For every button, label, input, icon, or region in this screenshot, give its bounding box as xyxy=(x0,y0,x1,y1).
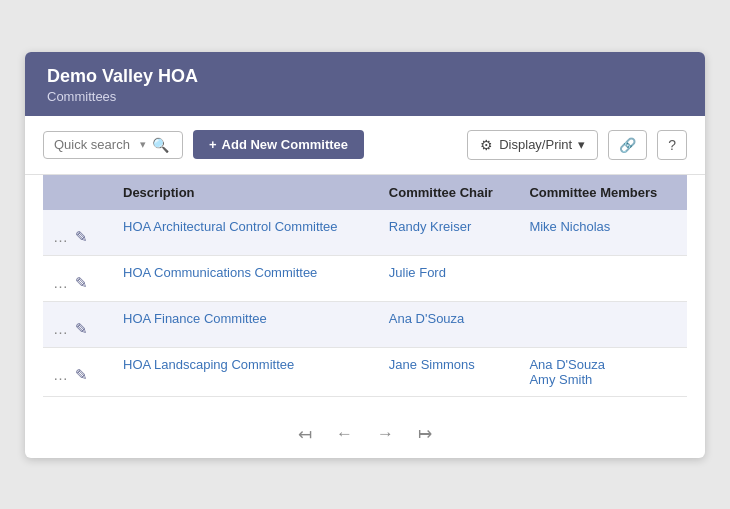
link-icon-button[interactable]: 🔗 xyxy=(608,130,647,160)
table-row: … ✎ HOA Communications CommitteeJulie Fo… xyxy=(43,255,687,301)
committee-chair: Julie Ford xyxy=(379,255,520,301)
org-name: Demo Valley HOA xyxy=(47,66,683,87)
add-committee-button[interactable]: + Add New Committee xyxy=(193,130,364,159)
table-row: … ✎ HOA Architectural Control CommitteeR… xyxy=(43,210,687,256)
committee-chair: Ana D'Souza xyxy=(379,301,520,347)
committee-chair: Randy Kreiser xyxy=(379,210,520,256)
committee-description-link[interactable]: HOA Finance Committee xyxy=(123,311,267,326)
committee-members xyxy=(519,255,687,301)
search-dropdown-icon[interactable]: ▾ xyxy=(140,138,146,151)
committee-description-link[interactable]: HOA Landscaping Committee xyxy=(123,357,294,372)
committee-chair-link[interactable]: Ana D'Souza xyxy=(389,311,464,326)
toolbar: ▾ 🔍 + Add New Committee ⚙ Display/Print … xyxy=(25,116,705,175)
committee-chair-link[interactable]: Julie Ford xyxy=(389,265,446,280)
page-header: Demo Valley HOA Committees xyxy=(25,52,705,116)
committee-chair-link[interactable]: Jane Simmons xyxy=(389,357,475,372)
search-box: ▾ 🔍 xyxy=(43,131,183,159)
edit-icon[interactable]: ✎ xyxy=(75,320,88,338)
display-dropdown-icon: ▾ xyxy=(578,137,585,152)
help-button[interactable]: ? xyxy=(657,130,687,160)
edit-icon[interactable]: ✎ xyxy=(75,366,88,384)
display-print-label: Display/Print xyxy=(499,137,572,152)
committee-member-link[interactable]: Mike Nicholas xyxy=(529,219,677,234)
pagination: ↤ ← → ↦ xyxy=(25,407,705,458)
committee-members: Ana D'SouzaAmy Smith xyxy=(519,347,687,396)
table-area: Description Committee Chair Committee Me… xyxy=(25,175,705,407)
plus-icon: + xyxy=(209,137,217,152)
committee-chair: Jane Simmons xyxy=(379,347,520,396)
row-menu-button[interactable]: … xyxy=(53,366,69,383)
table-row: … ✎ HOA Landscaping CommitteeJane Simmon… xyxy=(43,347,687,396)
row-menu-button[interactable]: … xyxy=(53,274,69,291)
table-row: … ✎ HOA Finance CommitteeAna D'Souza xyxy=(43,301,687,347)
last-page-button[interactable]: ↦ xyxy=(411,421,439,448)
committee-description-link[interactable]: HOA Architectural Control Committee xyxy=(123,219,338,234)
col-actions xyxy=(43,175,113,210)
next-page-button[interactable]: → xyxy=(370,421,401,447)
row-menu-button[interactable]: … xyxy=(53,320,69,337)
gear-icon: ⚙ xyxy=(480,137,493,153)
display-print-button[interactable]: ⚙ Display/Print ▾ xyxy=(467,130,598,160)
page-subtitle: Committees xyxy=(47,89,683,104)
committee-chair-link[interactable]: Randy Kreiser xyxy=(389,219,471,234)
committee-members xyxy=(519,301,687,347)
col-chair: Committee Chair xyxy=(379,175,520,210)
row-menu-button[interactable]: … xyxy=(53,228,69,245)
committee-member-link[interactable]: Amy Smith xyxy=(529,372,677,387)
question-mark-icon: ? xyxy=(668,137,676,153)
edit-icon[interactable]: ✎ xyxy=(75,228,88,246)
search-input[interactable] xyxy=(54,137,134,152)
committee-description-link[interactable]: HOA Communications Committee xyxy=(123,265,317,280)
add-committee-label: Add New Committee xyxy=(222,137,348,152)
prev-page-button[interactable]: ← xyxy=(329,421,360,447)
edit-icon[interactable]: ✎ xyxy=(75,274,88,292)
committee-member-link[interactable]: Ana D'Souza xyxy=(529,357,677,372)
committee-members: Mike Nicholas xyxy=(519,210,687,256)
table-header-row: Description Committee Chair Committee Me… xyxy=(43,175,687,210)
first-page-button[interactable]: ↤ xyxy=(291,421,319,448)
col-members: Committee Members xyxy=(519,175,687,210)
link-icon: 🔗 xyxy=(619,137,636,153)
search-icon: 🔍 xyxy=(152,137,169,153)
committees-table: Description Committee Chair Committee Me… xyxy=(43,175,687,397)
col-description: Description xyxy=(113,175,379,210)
